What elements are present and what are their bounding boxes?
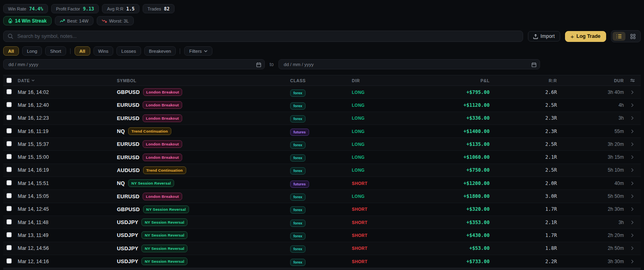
filters-label: Filters bbox=[189, 49, 202, 54]
trade-row[interactable]: Mar 16, 14:02 GBPUSD London Breakout for… bbox=[3, 86, 641, 99]
asset-class-badge: forex bbox=[290, 193, 305, 201]
row-checkbox[interactable] bbox=[6, 219, 12, 224]
chevron-right-icon bbox=[631, 246, 634, 250]
stat-chip: Trades 82 bbox=[143, 4, 175, 13]
trade-row[interactable]: Mar 12, 14:56 USDJPY NY Session Reversal… bbox=[3, 242, 641, 255]
chevron-right-icon bbox=[631, 103, 634, 107]
chevron-down-icon bbox=[204, 50, 208, 52]
filter-pill-label: Losses bbox=[121, 49, 136, 54]
sliders-icon[interactable] bbox=[630, 78, 635, 83]
trade-row[interactable]: Mar 13, 11:49 USDJPY NY Session Reversal… bbox=[3, 229, 641, 242]
filter-outcome-all[interactable]: All bbox=[75, 46, 90, 56]
row-checkbox[interactable] bbox=[6, 258, 12, 264]
column-header-pnl[interactable]: P&L bbox=[401, 78, 490, 83]
trade-rr: 2.1R bbox=[490, 154, 557, 160]
row-checkbox[interactable] bbox=[6, 89, 12, 94]
trade-direction: LONG bbox=[352, 168, 401, 172]
streak-chip: Best: 14W bbox=[55, 16, 93, 25]
filter-direction-all[interactable]: All bbox=[3, 46, 19, 56]
trade-symbol: AUDUSD bbox=[117, 167, 140, 173]
search-input[interactable] bbox=[3, 31, 523, 42]
trend-down-icon bbox=[102, 19, 107, 23]
grid-icon bbox=[630, 34, 636, 39]
column-header-class[interactable]: CLASS bbox=[290, 78, 352, 83]
filter-direction-short[interactable]: Short bbox=[45, 46, 66, 56]
trade-row[interactable]: Mar 16, 12:23 EURUSD London Breakout for… bbox=[3, 112, 641, 125]
flame-icon bbox=[8, 18, 12, 23]
trade-row[interactable]: Mar 14, 15:05 EURUSD London Breakout for… bbox=[3, 190, 641, 203]
trade-row[interactable]: Mar 15, 15:37 EURUSD London Breakout for… bbox=[3, 138, 641, 151]
upload-icon bbox=[533, 34, 538, 39]
trade-row[interactable]: Mar 14, 16:19 AUDUSD Trend Continuation … bbox=[3, 164, 641, 177]
chevron-right-icon bbox=[631, 155, 634, 159]
import-button[interactable]: Import bbox=[528, 31, 560, 42]
trade-row[interactable]: Mar 15, 15:00 EURUSD London Breakout for… bbox=[3, 151, 641, 164]
log-trade-button[interactable]: + Log Trade bbox=[565, 31, 607, 42]
filters-row: All Long Short All Wins Losses Breakeven… bbox=[3, 46, 641, 56]
trade-row[interactable]: Mar 14, 11:48 USDJPY NY Session Reversal… bbox=[3, 216, 641, 229]
select-all-cell bbox=[3, 78, 18, 83]
strategy-badge: Trend Continuation bbox=[128, 127, 171, 135]
column-header-rr[interactable]: R:R bbox=[490, 78, 557, 83]
select-all-checkbox[interactable] bbox=[6, 78, 12, 83]
asset-class-badge: futures bbox=[290, 181, 309, 188]
asset-class-badge: futures bbox=[290, 129, 309, 136]
trade-direction: LONG bbox=[352, 90, 401, 95]
chevron-right-icon bbox=[631, 116, 634, 120]
trades-page: Win Rate 74.4% Profit Factor 9.13 Avg R:… bbox=[0, 0, 644, 270]
asset-class-badge: forex bbox=[290, 220, 305, 227]
column-header-date[interactable]: DATE bbox=[18, 78, 117, 83]
row-checkbox[interactable] bbox=[6, 154, 12, 159]
date-to-input[interactable] bbox=[278, 59, 540, 69]
stat-label: Trades bbox=[147, 6, 161, 11]
calendar-icon[interactable] bbox=[256, 62, 261, 69]
strategy-badge: NY Session Reversal bbox=[141, 231, 187, 239]
trade-symbol: NQ bbox=[117, 180, 125, 186]
filter-outcome-breakeven[interactable]: Breakeven bbox=[144, 46, 176, 56]
column-header-dur[interactable]: DUR bbox=[557, 78, 624, 83]
filters-dropdown-button[interactable]: Filters bbox=[184, 46, 212, 56]
asset-class-badge: forex bbox=[290, 233, 305, 240]
trade-rr: 1.7R bbox=[490, 206, 557, 212]
trade-row[interactable]: Mar 14, 12:45 GBPUSD NY Session Reversal… bbox=[3, 203, 641, 216]
trade-rr: 2.6R bbox=[490, 89, 557, 95]
date-range-row: to bbox=[3, 59, 641, 69]
row-checkbox[interactable] bbox=[6, 180, 12, 185]
trade-row[interactable]: Mar 16, 11:19 NQ Trend Continuation futu… bbox=[3, 125, 641, 138]
trade-row[interactable]: Mar 14, 15:51 NQ NY Session Reversal fut… bbox=[3, 177, 641, 190]
calendar-icon[interactable] bbox=[532, 62, 536, 69]
filter-outcome-losses[interactable]: Losses bbox=[116, 46, 141, 56]
column-settings-cell bbox=[624, 78, 641, 83]
row-checkbox[interactable] bbox=[6, 102, 12, 107]
filter-outcome-wins[interactable]: Wins bbox=[93, 46, 114, 56]
list-view-button[interactable] bbox=[613, 32, 625, 41]
row-checkbox[interactable] bbox=[6, 245, 12, 250]
trade-row[interactable]: Mar 12, 14:16 USDJPY NY Session Reversal… bbox=[3, 255, 641, 268]
row-checkbox[interactable] bbox=[6, 167, 12, 172]
filter-separator bbox=[180, 48, 180, 54]
row-checkbox[interactable] bbox=[6, 193, 12, 198]
trade-duration: 2h 20m bbox=[557, 233, 624, 238]
filter-direction-long[interactable]: Long bbox=[22, 46, 42, 56]
search-icon bbox=[8, 33, 13, 41]
trade-row[interactable]: Mar 16, 12:40 EURUSD London Breakout for… bbox=[3, 99, 641, 112]
trade-pnl: +$750.00 bbox=[401, 167, 490, 173]
column-header-dir[interactable]: DIR bbox=[352, 78, 401, 83]
row-checkbox[interactable] bbox=[6, 128, 12, 133]
streak-chip: Worst: 3L bbox=[97, 16, 134, 25]
trade-duration: 40m bbox=[557, 181, 624, 186]
trade-symbol: USDJPY bbox=[117, 232, 138, 238]
grid-view-button[interactable] bbox=[626, 32, 639, 41]
date-from-input[interactable] bbox=[3, 59, 265, 69]
row-checkbox[interactable] bbox=[6, 232, 12, 237]
trend-up-icon bbox=[60, 19, 65, 23]
column-header-symbol[interactable]: SYMBOL bbox=[117, 78, 290, 83]
search-wrap bbox=[3, 31, 523, 42]
trade-duration: 3h 30m bbox=[557, 259, 624, 264]
trade-rr: 2.5R bbox=[490, 141, 557, 147]
row-checkbox[interactable] bbox=[6, 141, 12, 146]
row-checkbox[interactable] bbox=[6, 115, 12, 120]
view-toggle bbox=[611, 30, 641, 42]
trade-symbol: NQ bbox=[117, 128, 125, 134]
row-checkbox[interactable] bbox=[6, 206, 12, 211]
